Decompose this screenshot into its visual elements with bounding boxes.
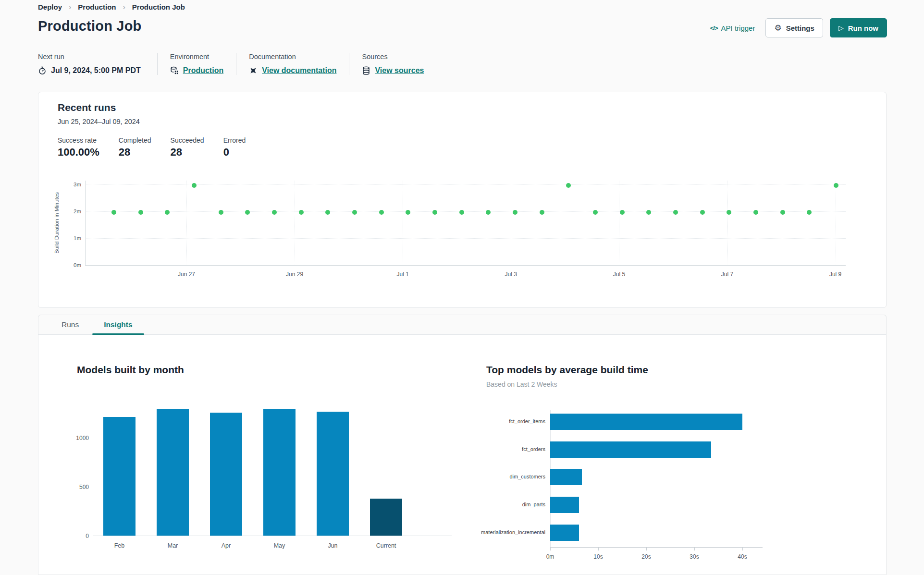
next-run-value: Jul 9, 2024, 5:00 PM PDT <box>51 66 141 75</box>
view-sources-link[interactable]: View sources <box>375 66 424 75</box>
run-dot <box>459 210 464 215</box>
build-time-bar <box>550 441 711 458</box>
x-tick-label: 20s <box>634 553 658 560</box>
run-dot <box>646 210 651 215</box>
gridline <box>511 181 511 265</box>
run-dot <box>727 210 731 215</box>
settings-label: Settings <box>786 24 814 32</box>
meta-sources: Sources View sources <box>349 53 436 75</box>
x-tick-label: Mar <box>156 542 190 549</box>
model-label: fct_order_items <box>480 418 545 424</box>
run-dot <box>352 210 357 215</box>
build-time-bar <box>550 497 579 513</box>
stat-value: 0 <box>223 146 246 159</box>
run-dot <box>513 210 517 215</box>
api-trigger-link[interactable]: </> API trigger <box>710 24 755 32</box>
run-dot <box>566 183 571 188</box>
database-icon <box>362 66 370 75</box>
gridline <box>295 181 295 265</box>
gridline <box>403 181 403 265</box>
stat-label: Success rate <box>58 136 99 144</box>
view-documentation-link[interactable]: View documentation <box>262 66 336 75</box>
y-tick-label: 2m <box>62 208 81 214</box>
run-now-button[interactable]: ▷ Run now <box>830 18 887 37</box>
run-dot <box>620 210 625 215</box>
x-tick-label: Jul 1 <box>388 271 417 278</box>
stat-completed: Completed 28 <box>119 136 151 159</box>
run-now-label: Run now <box>848 24 878 32</box>
x-tick-label: Jun 29 <box>280 271 309 278</box>
environment-icon <box>170 66 179 75</box>
tab-insights[interactable]: Insights <box>91 315 145 334</box>
x-tick-label: Feb <box>103 542 136 549</box>
run-dot <box>834 183 838 188</box>
stat-success-rate: Success rate 100.00% <box>58 136 99 159</box>
tab-runs[interactable]: Runs <box>49 315 91 334</box>
month-bar <box>370 499 402 536</box>
stopwatch-icon <box>38 66 47 75</box>
gridline <box>619 181 619 265</box>
models-built-chart: 05001000FebMarAprMayJunCurrent <box>72 397 466 560</box>
run-dot <box>432 210 437 215</box>
run-dot <box>753 210 758 215</box>
model-label: fct_orders <box>480 446 545 452</box>
month-bar <box>157 409 189 536</box>
breadcrumb-item-production[interactable]: Production <box>78 3 116 11</box>
y-axis-line <box>93 401 93 536</box>
model-label: materialization_incremental <box>480 529 545 535</box>
month-bar <box>317 412 349 536</box>
next-run-label: Next run <box>38 53 141 61</box>
meta-environment: Environment Production <box>157 53 236 75</box>
model-label: dim_customers <box>480 474 545 479</box>
x-tick-mark <box>694 547 695 551</box>
settings-button[interactable]: ⚙ Settings <box>765 18 823 37</box>
breadcrumb-item-deploy[interactable]: Deploy <box>38 3 62 11</box>
environment-link[interactable]: Production <box>183 66 223 75</box>
run-dot <box>272 210 277 215</box>
run-dot <box>219 210 223 215</box>
stat-value: 28 <box>171 146 204 159</box>
breadcrumb-separator-icon: › <box>123 3 125 11</box>
x-tick-label: Apr <box>209 542 243 549</box>
run-dot <box>325 210 330 215</box>
documentation-label: Documentation <box>249 53 336 61</box>
tab-strip: Runs Insights <box>38 315 887 335</box>
environment-label: Environment <box>170 53 223 61</box>
breadcrumb: Deploy › Production › Production Job <box>38 3 185 11</box>
header-actions: </> API trigger ⚙ Settings ▷ Run now <box>710 18 887 37</box>
page-title: Production Job <box>38 18 141 34</box>
x-tick-mark <box>646 547 647 551</box>
x-tick-mark <box>550 547 551 551</box>
x-tick-label: Jun <box>316 542 350 549</box>
breadcrumb-item-production-job: Production Job <box>132 3 185 11</box>
x-tick-label: Jul 9 <box>821 271 850 278</box>
recent-runs-date-range: Jun 25, 2024–Jul 09, 2024 <box>58 118 140 125</box>
x-axis-line <box>93 536 452 536</box>
run-dot <box>379 210 384 215</box>
gridline <box>727 181 728 265</box>
sources-label: Sources <box>362 53 424 61</box>
y-tick-label: 1m <box>62 235 81 241</box>
gridline <box>186 181 187 265</box>
models-built-chart-title: Models built by month <box>77 364 184 376</box>
y-tick-label: 500 <box>73 484 89 490</box>
gridline <box>85 184 846 185</box>
play-icon: ▷ <box>838 24 844 31</box>
gridline <box>85 211 846 212</box>
run-dot <box>111 210 116 215</box>
x-tick-label: Jul 7 <box>713 271 742 278</box>
run-dot <box>245 210 250 215</box>
recent-runs-stats: Success rate 100.00% Completed 28 Succee… <box>58 136 246 159</box>
build-time-bar <box>550 525 579 541</box>
y-tick-label: 1000 <box>73 435 89 441</box>
run-dot <box>540 210 544 215</box>
gridline <box>85 238 846 239</box>
top-models-chart: fct_order_itemsfct_ordersdim_customersdi… <box>480 408 807 567</box>
month-bar <box>263 409 296 536</box>
y-tick-label: 3m <box>62 182 81 187</box>
breadcrumb-separator-icon: › <box>69 3 71 11</box>
run-dot <box>593 210 598 215</box>
gridline <box>836 181 836 265</box>
y-tick-label: 0 <box>73 533 89 539</box>
y-axis-title: Build Duration in Minutes <box>54 184 60 261</box>
